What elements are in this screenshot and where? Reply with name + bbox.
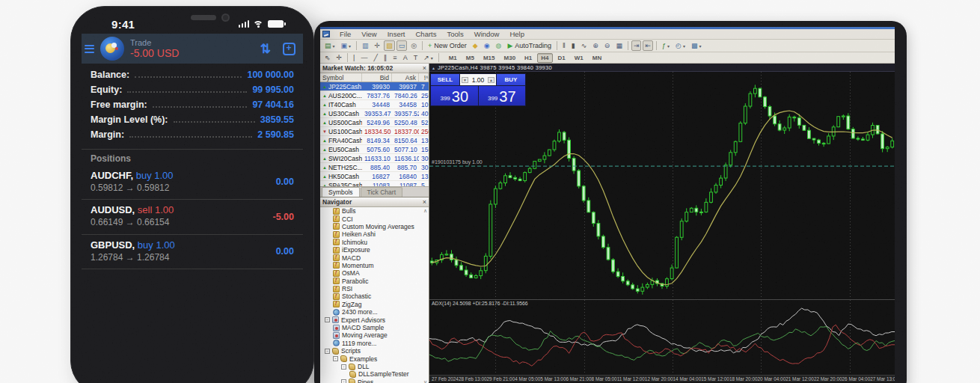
- fibonacci-button[interactable]: ≡: [391, 52, 399, 63]
- market-watch-row[interactable]: ▼US100Cash18334.5018337.00250: [320, 127, 429, 136]
- menu-insert[interactable]: Insert: [382, 30, 411, 38]
- profiles-button[interactable]: ▣▾: [339, 40, 354, 51]
- market-watch-titlebar[interactable]: Market Watch: 16:05:02 ×: [320, 64, 429, 73]
- candles-mode-button[interactable]: ▮: [569, 40, 578, 51]
- periods-list-button[interactable]: ◴▾: [673, 40, 687, 51]
- market-watch-toggle-button[interactable]: ▥: [360, 40, 371, 51]
- candlestick-chart[interactable]: #190103175 buy 1.00 SELL ▼ 1.00 ▲ BUY: [429, 72, 895, 299]
- volume-down-icon[interactable]: ▼: [462, 77, 468, 83]
- tree-item-custom-moving-averages[interactable]: Custom Moving Averages: [320, 223, 429, 230]
- hamburger-menu-icon[interactable]: [85, 45, 94, 53]
- data-window-button[interactable]: ✛: [373, 40, 383, 51]
- new-order-button[interactable]: +New Order: [426, 40, 469, 51]
- timeframe-mn[interactable]: MN: [589, 53, 605, 63]
- timeframe-m5[interactable]: M5: [462, 53, 478, 63]
- text-label-button[interactable]: T: [411, 52, 420, 63]
- tree-item-rsi[interactable]: RSI: [320, 285, 429, 292]
- line-mode-button[interactable]: ∿: [579, 40, 589, 51]
- tree-item-heiken-ashi[interactable]: Heiken Ashi: [320, 230, 429, 238]
- tree-item-macd[interactable]: MACD: [320, 254, 429, 261]
- timeframe-h1[interactable]: H1: [521, 53, 536, 63]
- navigator-titlebar[interactable]: Navigator ×: [320, 197, 429, 207]
- tree-item-moving-average[interactable]: Moving Average: [320, 331, 429, 339]
- volume-value[interactable]: 1.00: [472, 76, 485, 84]
- market-watch-row[interactable]: ▲IT40Cash344483445810: [320, 100, 429, 109]
- zoom-in-button[interactable]: ⊕: [590, 40, 601, 51]
- menu-view[interactable]: View: [356, 30, 382, 38]
- close-icon[interactable]: ×: [423, 65, 426, 72]
- tree-item-expert-advisors[interactable]: -Expert Advisors: [320, 316, 429, 323]
- bars-mode-button[interactable]: ‖: [560, 40, 568, 51]
- tree-item-1119-more-[interactable]: 1119 more...: [320, 340, 429, 347]
- market-watch-row[interactable]: ▲NETH25C...885.40885.7030: [320, 163, 429, 172]
- market-watch-row[interactable]: ▲AUS200C...7837.767840.26250: [320, 91, 429, 100]
- new-order-icon[interactable]: [283, 43, 295, 55]
- expander-icon[interactable]: -: [333, 356, 338, 361]
- tree-item-2430-more-[interactable]: 2430 more...: [320, 308, 429, 316]
- tree-item-bulls[interactable]: Bulls: [320, 207, 429, 215]
- arrows-button[interactable]: ↗▾: [421, 52, 435, 63]
- timeframe-d1[interactable]: D1: [554, 53, 569, 63]
- expander-icon[interactable]: -: [325, 317, 330, 322]
- scroll-up-icon[interactable]: ∧: [426, 74, 429, 79]
- menu-window[interactable]: Window: [469, 30, 505, 38]
- templates-button[interactable]: ▩▾: [689, 40, 704, 51]
- position-row[interactable]: AUDUSD, sell 1.000.66149 → 0.66154-5.00: [82, 200, 303, 234]
- tree-item-dll[interactable]: -DLL: [320, 363, 429, 370]
- market-watch-row[interactable]: ▲HK50Cash168271684013: [320, 172, 429, 181]
- timeframe-w1[interactable]: W1: [571, 53, 587, 63]
- tree-item-momentum[interactable]: Momentum: [320, 262, 429, 269]
- tree-item-ichimoku[interactable]: Ichimoku: [320, 239, 429, 246]
- auto-scroll-button[interactable]: ⇥: [631, 40, 642, 51]
- adx-indicator-pane[interactable]: ADX(14) 24.5098 +DI:25.8176 -DI:11.9566: [429, 299, 895, 375]
- navigator-toggle-button[interactable]: ▧: [384, 40, 395, 51]
- chart-shift-button[interactable]: ⇤: [643, 40, 653, 51]
- tree-item-macd-sample[interactable]: MACD Sample: [320, 324, 429, 331]
- position-row[interactable]: AUDCHF, buy 1.000.59812 → 0.598120.00: [82, 165, 303, 200]
- tree-item-parabolic[interactable]: Parabolic: [320, 278, 429, 285]
- menu-help[interactable]: Help: [504, 30, 530, 38]
- equidistant-channel-button[interactable]: ∥: [382, 52, 390, 63]
- position-row[interactable]: GBPUSD, buy 1.001.26784 → 1.267840.00: [82, 235, 303, 269]
- market-watch-row[interactable]: ▲SPA35Cash11083110875: [320, 181, 429, 186]
- timeframe-m1[interactable]: M1: [445, 53, 461, 63]
- horizontal-line-button[interactable]: —: [358, 52, 370, 63]
- terminal-toggle-button[interactable]: ▭: [396, 40, 408, 51]
- tree-item-osma[interactable]: OsMA: [320, 269, 429, 277]
- tree-item-scripts[interactable]: -Scripts: [320, 347, 429, 355]
- scroll-down-icon[interactable]: ∨: [423, 379, 427, 383]
- sell-button[interactable]: SELL: [431, 74, 459, 85]
- new-chart-button[interactable]: ▤▾: [322, 40, 337, 51]
- market-watch-row[interactable]: ▲FRA40Cash8149.348150.64130: [320, 136, 429, 145]
- buy-price[interactable]: 399 37: [479, 86, 526, 105]
- market-button[interactable]: ◍: [494, 40, 504, 51]
- zoom-out-button[interactable]: ⊖: [602, 40, 613, 51]
- menu-tools[interactable]: Tools: [441, 30, 468, 38]
- trendline-button[interactable]: ╱: [371, 52, 379, 63]
- expander-icon[interactable]: -: [341, 364, 346, 370]
- vertical-line-button[interactable]: |: [351, 52, 357, 63]
- market-watch-row[interactable]: ▲JP225Cash39930399377: [320, 82, 429, 91]
- scroll-up-icon[interactable]: ∧: [423, 208, 427, 214]
- tab-tick-chart[interactable]: Tick Chart: [361, 187, 402, 197]
- expander-icon[interactable]: -: [325, 349, 330, 354]
- community-button[interactable]: ◉: [482, 40, 492, 51]
- close-icon[interactable]: ×: [423, 199, 426, 206]
- indicators-list-button[interactable]: ƒ▾: [660, 40, 672, 51]
- tree-item-dllsampletester[interactable]: DLLSampleTester: [320, 370, 429, 378]
- tree-item-pipes[interactable]: -Pipes: [320, 379, 429, 383]
- column-header-ask[interactable]: Ask: [392, 73, 419, 82]
- market-watch-header[interactable]: SymbolBidAsk!∧: [320, 73, 429, 82]
- cursor-button[interactable]: ⇖: [322, 52, 333, 63]
- buy-button[interactable]: BUY: [497, 74, 525, 85]
- metaeditor-button[interactable]: ◆: [471, 40, 480, 51]
- tree-item-stochastic[interactable]: Stochastic: [320, 292, 429, 300]
- market-watch-row[interactable]: ▲US30Cash39353.4739357.52405: [320, 109, 429, 118]
- tile-windows-button[interactable]: ▦: [613, 40, 625, 51]
- column-header-bid[interactable]: Bid: [362, 73, 392, 82]
- tree-item-zigzag[interactable]: ZigZag: [320, 301, 429, 308]
- sell-price[interactable]: 399 30: [431, 86, 478, 105]
- crosshair-button[interactable]: ✛: [334, 52, 345, 63]
- text-button[interactable]: A: [401, 52, 410, 63]
- timeframe-m30[interactable]: M30: [500, 53, 520, 63]
